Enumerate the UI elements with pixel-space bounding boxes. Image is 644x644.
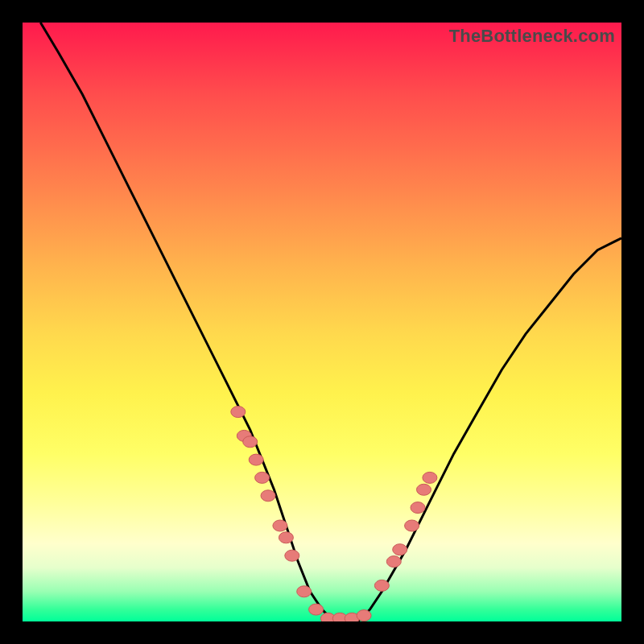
marker-dot	[393, 544, 407, 555]
marker-dot	[285, 550, 299, 561]
marker-dot	[411, 502, 425, 514]
marker-dot	[279, 532, 293, 543]
marker-dot	[357, 610, 371, 621]
marker-dot	[386, 556, 401, 568]
chart-plot-area: TheBottleneck.com	[23, 23, 621, 621]
marker-dot	[249, 454, 263, 465]
curve-layer	[40, 23, 621, 621]
markers-layer	[231, 407, 437, 621]
marker-dot	[231, 407, 246, 418]
marker-dot	[255, 472, 270, 483]
watermark-label: TheBottleneck.com	[449, 26, 615, 47]
chart-frame: TheBottleneck.com	[0, 0, 644, 644]
marker-dot	[243, 436, 258, 448]
marker-dot	[261, 490, 275, 502]
chart-svg	[23, 23, 621, 621]
marker-dot	[273, 520, 287, 531]
marker-dot	[297, 586, 312, 597]
marker-dot	[405, 520, 419, 531]
marker-dot	[309, 604, 324, 615]
marker-dot	[423, 472, 437, 483]
marker-dot	[417, 484, 431, 495]
marker-dot	[374, 580, 389, 591]
bottleneck-curve	[40, 23, 621, 621]
